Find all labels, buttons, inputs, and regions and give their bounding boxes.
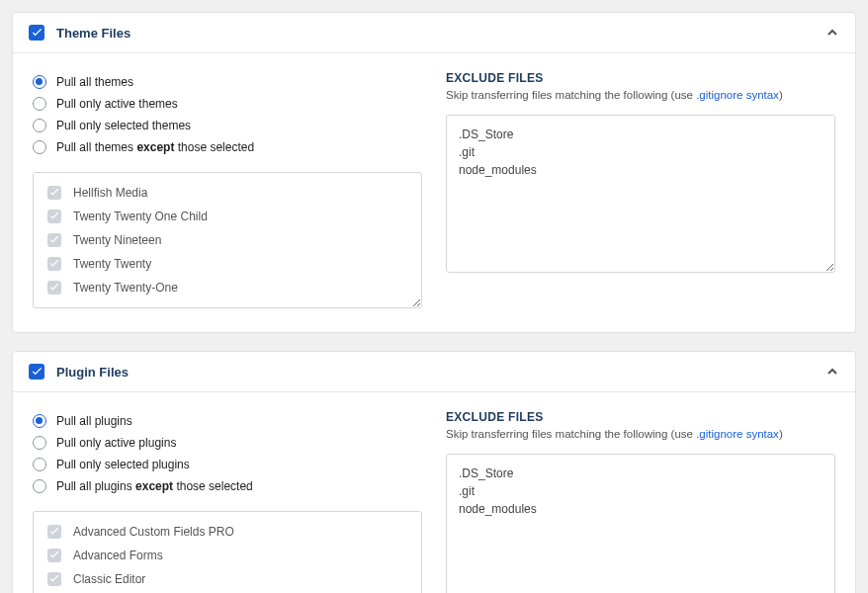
gitignore-syntax-link[interactable]: .gitignore syntax	[696, 428, 779, 440]
plugins-panel-header[interactable]: Plugin Files	[13, 352, 855, 392]
radio-label: Pull all plugins except those selected	[56, 477, 253, 495]
radio-icon	[33, 436, 46, 450]
themes-radio-all[interactable]: Pull all themes	[33, 71, 422, 93]
list-item[interactable]: Twenty Twenty	[40, 252, 415, 276]
radio-icon	[33, 97, 46, 111]
plugins-list-box[interactable]: Advanced Custom Fields PRO Advanced Form…	[33, 511, 422, 593]
themes-enabled-checkbox[interactable]	[29, 25, 44, 41]
chevron-up-icon	[825, 365, 839, 379]
themes-panel-header[interactable]: Theme Files	[13, 13, 855, 53]
plugins-enabled-checkbox[interactable]	[29, 364, 44, 380]
radio-icon	[33, 140, 46, 154]
list-item[interactable]: Twenty Twenty One Child	[40, 205, 415, 228]
list-item-label: Hellfish Media	[73, 186, 147, 200]
themes-radio-except[interactable]: Pull all themes except those selected	[33, 136, 422, 158]
checkbox-checked-icon	[47, 549, 61, 562]
list-item[interactable]: Advanced Forms	[40, 544, 415, 567]
plugins-radio-selected[interactable]: Pull only selected plugins	[33, 454, 422, 475]
plugins-exclude-textarea[interactable]	[446, 454, 835, 593]
text-strong: except	[136, 140, 174, 154]
plugins-panel-body: Pull all plugins Pull only active plugin…	[13, 392, 855, 593]
radio-label: Pull only selected plugins	[56, 456, 190, 473]
radio-label: Pull all themes except those selected	[56, 138, 254, 156]
checkbox-checked-icon	[47, 525, 61, 539]
themes-radio-active[interactable]: Pull only active themes	[33, 93, 422, 115]
themes-exclude-textarea[interactable]	[446, 115, 835, 273]
checkbox-checked-icon	[47, 281, 61, 295]
exclude-description: Skip transferring files matching the fol…	[446, 89, 835, 101]
plugins-panel: Plugin Files Pull all plugins Pull only …	[12, 351, 856, 593]
radio-icon	[33, 75, 46, 89]
list-item[interactable]: Twenty Nineteen	[40, 228, 415, 252]
plugins-radio-active[interactable]: Pull only active plugins	[33, 432, 422, 454]
list-item[interactable]: Hellfish Media	[40, 181, 415, 205]
text: those selected	[174, 140, 254, 154]
checkbox-checked-icon	[47, 210, 61, 223]
text: Pull all themes	[56, 140, 136, 154]
exclude-title: EXCLUDE FILES	[446, 410, 835, 424]
list-item-label: Twenty Twenty	[73, 257, 151, 271]
plugins-radio-group: Pull all plugins Pull only active plugin…	[33, 410, 422, 497]
list-item-label: Advanced Custom Fields PRO	[73, 525, 234, 539]
text: )	[779, 89, 783, 101]
list-item-label: Classic Editor	[73, 572, 145, 586]
checkbox-checked-icon	[47, 186, 61, 200]
text: those selected	[173, 479, 253, 493]
themes-panel-body: Pull all themes Pull only active themes …	[13, 53, 855, 332]
radio-icon	[33, 414, 46, 428]
list-item[interactable]: Classic Editor	[40, 567, 415, 591]
radio-icon	[33, 119, 46, 132]
checkbox-checked-icon	[47, 572, 61, 586]
radio-label: Pull all themes	[56, 73, 133, 91]
text: Pull all plugins	[56, 479, 135, 493]
checkbox-checked-icon	[47, 233, 61, 247]
checkbox-checked-icon	[47, 257, 61, 271]
radio-label: Pull only active themes	[56, 95, 178, 113]
plugins-radio-except[interactable]: Pull all plugins except those selected	[33, 475, 422, 497]
chevron-up-icon	[825, 26, 839, 40]
list-item-label: Twenty Nineteen	[73, 233, 161, 247]
list-item-label: Twenty Twenty-One	[73, 281, 178, 295]
themes-panel-title: Theme Files	[56, 26, 825, 41]
exclude-description: Skip transferring files matching the fol…	[446, 428, 835, 440]
themes-list-box[interactable]: Hellfish Media Twenty Twenty One Child T…	[33, 172, 422, 308]
radio-icon	[33, 458, 46, 471]
list-item[interactable]: Twenty Twenty-One	[40, 276, 415, 299]
themes-radio-selected[interactable]: Pull only selected themes	[33, 115, 422, 136]
gitignore-syntax-link[interactable]: .gitignore syntax	[696, 89, 779, 101]
radio-label: Pull all plugins	[56, 412, 132, 430]
text: )	[779, 428, 783, 440]
plugins-panel-title: Plugin Files	[56, 365, 825, 380]
list-item[interactable]: Advanced Custom Fields PRO	[40, 520, 415, 544]
themes-radio-group: Pull all themes Pull only active themes …	[33, 71, 422, 158]
radio-label: Pull only selected themes	[56, 117, 191, 134]
exclude-title: EXCLUDE FILES	[446, 71, 835, 85]
text-strong: except	[135, 479, 173, 493]
themes-panel: Theme Files Pull all themes Pull only ac…	[12, 12, 856, 333]
list-item-label: Advanced Forms	[73, 549, 163, 562]
radio-label: Pull only active plugins	[56, 434, 176, 452]
list-item-label: Twenty Twenty One Child	[73, 210, 208, 223]
plugins-radio-all[interactable]: Pull all plugins	[33, 410, 422, 432]
text: Skip transferring files matching the fol…	[446, 89, 696, 101]
text: Skip transferring files matching the fol…	[446, 428, 696, 440]
radio-icon	[33, 479, 46, 493]
